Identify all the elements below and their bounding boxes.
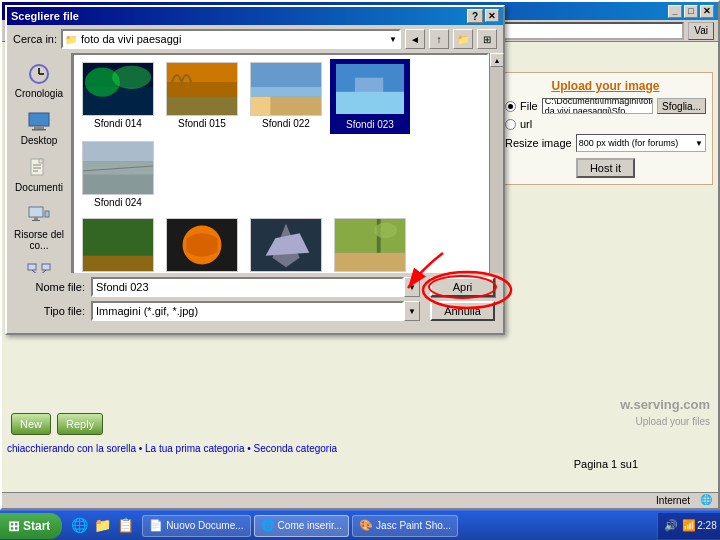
upload-title: Upload your image xyxy=(505,79,706,93)
maximize-button[interactable]: □ xyxy=(684,5,698,18)
svg-rect-32 xyxy=(355,78,383,92)
dialog-title-bar: Scegliere file ? ✕ xyxy=(7,7,503,25)
file-dialog: Scegliere file ? ✕ Cerca in: 📁 foto da v… xyxy=(5,5,505,335)
file-item-022[interactable]: Sfondi 022 xyxy=(246,59,326,134)
close-button[interactable]: ✕ xyxy=(700,5,714,18)
scroll-track[interactable] xyxy=(490,67,503,305)
taskbar-item-jasc[interactable]: 🎨 Jasc Paint Sho... xyxy=(352,515,458,537)
file-item-6[interactable] xyxy=(78,215,158,277)
file-thumb-015 xyxy=(166,62,238,116)
file-thumb-8 xyxy=(250,218,322,272)
file-item-015[interactable]: Sfondi 015 xyxy=(162,59,242,134)
taskbar: ⊞ Start 🌐 📁 📋 📄 Nuovo Docume... 🌐 Come i… xyxy=(0,510,720,540)
annulla-btn-container: Annulla xyxy=(430,301,495,321)
tray-clock: 2:28 xyxy=(700,519,714,533)
file-item-7[interactable] xyxy=(162,215,242,277)
go-button[interactable]: Vai xyxy=(688,22,714,40)
nome-file-dropdown[interactable]: ▼ xyxy=(404,277,420,297)
folder-dropdown[interactable]: 📁 foto da vivi paesaggi ▼ xyxy=(61,29,401,49)
svg-rect-12 xyxy=(32,220,40,221)
taskbar-item-nuovo[interactable]: 📄 Nuovo Docume... xyxy=(142,515,250,537)
minimize-button[interactable]: _ xyxy=(668,5,682,18)
host-btn-container: Host it xyxy=(505,158,706,178)
resize-dropdown[interactable]: 800 px width (for forums) ▼ xyxy=(576,134,706,152)
file-item-014[interactable]: Sfondi 014 xyxy=(78,59,158,134)
back-button[interactable]: ◄ xyxy=(405,29,425,49)
nome-file-input[interactable]: Sfondi 023 xyxy=(91,277,404,297)
new-folder-button[interactable]: 📁 xyxy=(453,29,473,49)
sidebar-item-cronologia[interactable]: Cronologia xyxy=(10,59,68,102)
apri-button[interactable]: Apri xyxy=(430,277,495,297)
browse-button[interactable]: Sfoglia... xyxy=(657,98,706,114)
computer-icon xyxy=(25,203,53,227)
watermark-text1: w.serving.com xyxy=(620,397,710,412)
up-folder-button[interactable]: ↑ xyxy=(429,29,449,49)
system-tray: 🔊 📶 2:28 xyxy=(657,513,720,539)
scroll-up[interactable]: ▲ xyxy=(490,53,504,67)
new-button[interactable]: New xyxy=(11,413,51,435)
cronologia-label: Cronologia xyxy=(15,88,63,99)
file-item-023[interactable]: Sfondi 023 xyxy=(330,59,410,134)
dialog-close-button[interactable]: ✕ xyxy=(485,9,499,22)
upload-panel: Upload your image File C:\Documenti\Imma… xyxy=(498,72,713,185)
sidebar-item-documenti[interactable]: Documenti xyxy=(10,153,68,196)
file-thumb-6 xyxy=(82,218,154,272)
svg-rect-11 xyxy=(34,217,38,220)
taskbar-ie-icon[interactable]: 🌐 xyxy=(69,515,89,535)
taskbar-item-jasc-label: Jasc Paint Sho... xyxy=(376,520,451,531)
cerca-label: Cerca in: xyxy=(13,33,57,45)
folder-name: foto da vivi paesaggi xyxy=(81,33,389,45)
pagination: Pagina 1 su1 xyxy=(574,458,638,470)
host-button[interactable]: Host it xyxy=(576,158,635,178)
file-label-014: Sfondi 014 xyxy=(94,118,142,129)
zone-text: Internet xyxy=(656,495,690,506)
file-label-015: Sfondi 015 xyxy=(178,118,226,129)
file-item-024[interactable]: Sfondi 024 xyxy=(78,138,158,211)
dialog-bottom: Nome file: Sfondi 023 ▼ Apri Tipo file: … xyxy=(7,273,503,333)
reply-button[interactable]: Reply xyxy=(57,413,103,435)
file-path-text: C:\Documenti\Immagini\foto da vivi paesa… xyxy=(545,98,653,114)
tipo-file-input[interactable]: Immagini (*.gif, *.jpg) xyxy=(91,301,404,321)
forum-nav: chiacchierando con la sorella • La tua p… xyxy=(7,443,498,454)
annulla-button[interactable]: Annulla xyxy=(430,301,495,321)
nav-btn-bar: New Reply xyxy=(7,411,498,437)
file-radio[interactable] xyxy=(505,101,516,112)
file-thumb-024 xyxy=(82,141,154,195)
taskbar-item-come[interactable]: 🌐 Come inserir... xyxy=(254,515,349,537)
taskbar-extra-icon[interactable]: 📋 xyxy=(115,515,135,535)
file-radio-label: File xyxy=(520,100,538,112)
svg-rect-15 xyxy=(42,264,50,270)
dialog-title-text: Scegliere file xyxy=(11,10,79,22)
internet-icon: 🌐 xyxy=(700,494,714,508)
resize-value: 800 px width (for forums) xyxy=(579,138,679,148)
desktop-label: Desktop xyxy=(21,135,58,146)
tray-network-icon[interactable]: 📶 xyxy=(682,519,696,533)
dialog-help-button[interactable]: ? xyxy=(467,9,483,23)
tipo-file-dropdown[interactable]: ▼ xyxy=(404,301,420,321)
start-button[interactable]: ⊞ Start xyxy=(0,513,62,539)
svg-rect-24 xyxy=(167,82,237,97)
start-label: Start xyxy=(23,519,50,533)
dialog-toolbar: Cerca in: 📁 foto da vivi paesaggi ▼ ◄ ↑ … xyxy=(7,25,503,53)
svg-rect-42 xyxy=(335,253,405,271)
url-radio[interactable] xyxy=(505,119,516,130)
file-path-field[interactable]: C:\Documenti\Immagini\foto da vivi paesa… xyxy=(542,98,653,114)
file-item-9[interactable] xyxy=(330,215,410,277)
files-grid: Sfondi 014 Sfondi 015 Sfondi 022 xyxy=(78,59,483,211)
file-thumb-9 xyxy=(334,218,406,272)
documents-icon xyxy=(25,156,53,180)
svg-rect-13 xyxy=(45,211,49,217)
file-item-8[interactable] xyxy=(246,215,326,277)
sidebar-item-desktop[interactable]: Desktop xyxy=(10,106,68,149)
sidebar-item-risorse-co[interactable]: Risorse del co... xyxy=(10,200,68,254)
title-bar-buttons: _ □ ✕ xyxy=(668,5,714,18)
taskbar-item-nuovo-label: Nuovo Docume... xyxy=(166,520,243,531)
file-thumb-023 xyxy=(334,62,406,116)
tray-speaker-icon[interactable]: 🔊 xyxy=(664,519,678,533)
svg-point-22 xyxy=(112,66,151,89)
nome-file-value: Sfondi 023 xyxy=(96,281,149,293)
svg-rect-29 xyxy=(251,97,270,115)
svg-rect-35 xyxy=(83,175,153,194)
view-button[interactable]: ⊞ xyxy=(477,29,497,49)
taskbar-folder-icon[interactable]: 📁 xyxy=(92,515,112,535)
